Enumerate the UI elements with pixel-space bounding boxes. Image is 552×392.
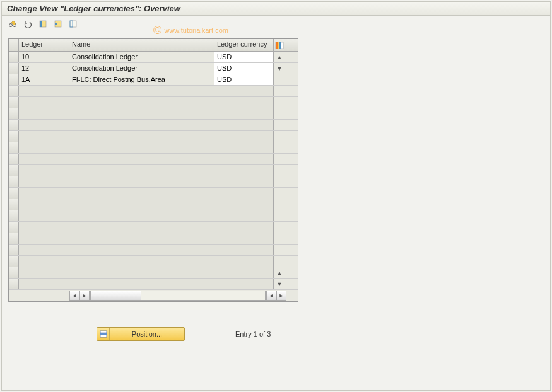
cell-ledger-empty[interactable] [19,222,69,233]
hscroll-thumb[interactable] [91,291,141,300]
cell-name-empty[interactable] [69,97,214,108]
cell-name-empty[interactable] [69,154,214,164]
row-selector[interactable] [9,63,19,74]
vscroll-track[interactable] [274,108,285,119]
row-selector[interactable] [9,74,19,85]
vscroll-track[interactable] [274,256,285,267]
row-selector[interactable] [9,188,19,199]
cell-name-empty[interactable] [69,233,214,244]
vscroll-track[interactable] [274,142,285,153]
row-selector[interactable] [9,52,19,62]
cell-currency-empty[interactable] [214,142,274,153]
vscroll-track[interactable] [274,245,285,255]
row-selector[interactable] [9,279,19,289]
cell-currency-empty[interactable] [214,245,274,255]
cell-name[interactable]: FI-LC: Direct Postng Bus.Area [69,74,214,85]
hscroll-right-end-button[interactable]: ► [276,291,286,301]
cell-ledger-empty[interactable] [19,279,69,289]
cell-currency-empty[interactable] [214,233,274,244]
cell-name-empty[interactable] [69,267,214,278]
cell-name[interactable]: Consolidation Ledger [69,63,214,74]
vscroll-track[interactable] [274,97,285,108]
toggle-change-button[interactable] [6,18,20,30]
cell-ledger-empty[interactable] [19,131,69,142]
cell-ledger-empty[interactable] [19,165,69,176]
cell-ledger-empty[interactable] [19,199,69,210]
row-selector[interactable] [9,267,19,278]
vscroll-track[interactable] [274,74,285,85]
vscroll-up-end-button[interactable]: ▲ [274,267,285,278]
select-all-button[interactable] [36,18,50,30]
vscroll-track[interactable] [274,199,285,210]
row-selector[interactable] [9,131,19,142]
column-header-ledger[interactable]: Ledger [19,39,69,51]
row-selector[interactable] [9,165,19,176]
row-selector[interactable] [9,245,19,255]
cell-ledger-empty[interactable] [19,188,69,199]
row-selector[interactable] [9,176,19,187]
column-header-name[interactable]: Name [69,39,214,51]
vscroll-track[interactable] [274,233,285,244]
hscroll-left-end-button[interactable]: ◄ [266,291,276,301]
row-selector[interactable] [9,120,19,130]
cell-currency-empty[interactable] [214,86,274,96]
cell-name-empty[interactable] [69,188,214,199]
vscroll-track[interactable] [274,210,285,221]
row-selector[interactable] [9,97,19,108]
cell-currency-empty[interactable] [214,131,274,142]
row-selector[interactable] [9,233,19,244]
cell-name-empty[interactable] [69,222,214,233]
cell-currency[interactable]: USD [214,63,274,74]
cell-ledger[interactable]: 12 [19,63,69,74]
undo-button[interactable] [21,18,35,30]
cell-name-empty[interactable] [69,245,214,255]
select-block-button[interactable] [51,18,65,30]
cell-ledger-empty[interactable] [19,142,69,153]
cell-name-empty[interactable] [69,86,214,96]
position-button[interactable]: Position... [97,327,185,341]
vscroll-track[interactable] [274,165,285,176]
cell-currency[interactable]: USD [214,74,274,85]
cell-ledger-empty[interactable] [19,233,69,244]
cell-ledger-empty[interactable] [19,86,69,96]
vscroll-track[interactable] [274,86,285,96]
cell-currency-empty[interactable] [214,108,274,119]
row-selector[interactable] [9,86,19,96]
cell-currency-empty[interactable] [214,222,274,233]
row-selector[interactable] [9,108,19,119]
vscroll-down-end-button[interactable]: ▼ [274,279,285,289]
cell-ledger-empty[interactable] [19,267,69,278]
cell-currency-empty[interactable] [214,210,274,221]
vscroll-track[interactable] [274,120,285,130]
row-selector[interactable] [9,154,19,164]
row-selector[interactable] [9,142,19,153]
row-selector[interactable] [9,256,19,267]
cell-name-empty[interactable] [69,165,214,176]
vscroll-track[interactable] [274,176,285,187]
cell-currency-empty[interactable] [214,199,274,210]
row-selector-header[interactable] [9,39,19,51]
cell-currency-empty[interactable] [214,120,274,130]
vscroll-track[interactable] [274,188,285,199]
cell-ledger-empty[interactable] [19,210,69,221]
row-selector[interactable] [9,199,19,210]
hscroll-left-button[interactable]: ◄ [69,291,79,301]
vscroll-track[interactable] [274,222,285,233]
cell-name-empty[interactable] [69,176,214,187]
table-config-button[interactable] [274,39,285,51]
cell-name[interactable]: Consolidation Ledger [69,52,214,62]
cell-name-empty[interactable] [69,279,214,289]
vscroll-up-button[interactable]: ▲ [274,52,285,62]
cell-ledger[interactable]: 10 [19,52,69,62]
cell-ledger[interactable]: 1A [19,74,69,85]
cell-ledger-empty[interactable] [19,176,69,187]
row-selector[interactable] [9,222,19,233]
cell-ledger-empty[interactable] [19,108,69,119]
cell-name-empty[interactable] [69,108,214,119]
cell-currency-empty[interactable] [214,188,274,199]
cell-name-empty[interactable] [69,131,214,142]
cell-currency-empty[interactable] [214,154,274,164]
cell-currency-empty[interactable] [214,279,274,289]
cell-ledger-empty[interactable] [19,97,69,108]
vscroll-track[interactable] [274,154,285,164]
